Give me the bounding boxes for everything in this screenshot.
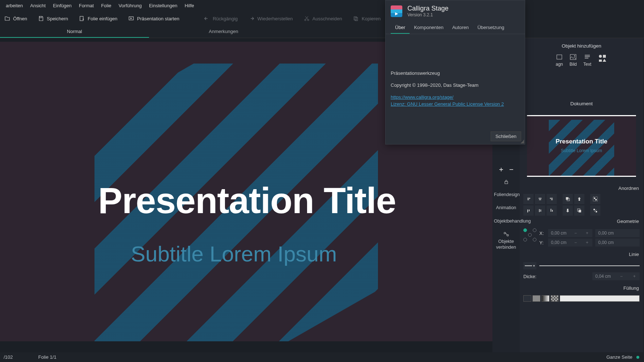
save-icon (38, 16, 44, 21)
menu-format[interactable]: Format (75, 1, 97, 10)
fill-color-preview[interactable] (560, 295, 640, 302)
menu-help[interactable]: Hilfe (181, 1, 198, 10)
copy-button[interactable]: Kopieren (351, 14, 383, 23)
about-tab-about[interactable]: Über (391, 22, 410, 34)
plus-icon[interactable]: + (632, 274, 637, 279)
about-tab-components[interactable]: Komponenten (410, 22, 448, 34)
svg-point-3 (307, 19, 309, 21)
fill-pattern[interactable] (551, 295, 559, 302)
menu-slide[interactable]: Folie (97, 1, 115, 10)
menu-settings[interactable]: Einstellungen (145, 1, 181, 10)
svg-rect-6 (505, 182, 508, 184)
width-input[interactable]: 0,00 cm (595, 229, 640, 237)
anchor-widget[interactable] (523, 228, 536, 241)
svg-rect-20 (593, 209, 595, 210)
align-bottom-icon[interactable] (547, 206, 557, 216)
bring-front-icon[interactable] (563, 194, 573, 204)
minus-icon[interactable]: − (619, 274, 624, 279)
slide-title[interactable]: Presentation Title (98, 180, 396, 221)
plus-icon[interactable]: + (585, 240, 589, 245)
plus-icon[interactable]: + (585, 231, 589, 236)
line-style-select[interactable]: ▾ (523, 262, 536, 269)
cut-button[interactable]: Ausschneiden (302, 14, 345, 23)
start-presentation-button[interactable]: Präsentation starten (126, 14, 181, 23)
svg-rect-17 (595, 199, 597, 200)
tab-notes[interactable]: Anmerkungen (149, 26, 298, 38)
svg-rect-7 (557, 55, 562, 59)
ungroup-icon[interactable] (590, 206, 600, 216)
insert-image-button[interactable]: Bild (569, 54, 577, 67)
thickness-label: Dicke: (523, 274, 536, 279)
save-button[interactable]: Speichern (36, 14, 71, 23)
align-middle-icon[interactable] (535, 206, 545, 216)
align-top-icon[interactable] (523, 206, 534, 216)
redo-button[interactable]: Wiederherstellen (246, 14, 295, 23)
anchor-br[interactable] (533, 238, 536, 241)
menu-view[interactable]: Ansicht (27, 1, 49, 10)
slide-subtitle[interactable]: Subtitle Lorem Ipsum (131, 241, 337, 267)
menu-insert[interactable]: Einfügen (49, 1, 75, 10)
vtab-animation[interactable]: Animation (492, 201, 520, 214)
tab-normal[interactable]: Normal (0, 26, 149, 38)
svg-rect-21 (596, 211, 597, 212)
vtab-object-treatment[interactable]: Objektbehandlung (492, 215, 520, 228)
insert-shapes-button[interactable] (598, 54, 607, 67)
slide-thumbnail[interactable]: Presentation Title Subtitle Lorem Ipsum (527, 115, 636, 177)
anchor-tl[interactable] (523, 228, 527, 232)
anchor-c[interactable] (528, 233, 532, 237)
thickness-input[interactable]: 0,04 cm − + (592, 272, 640, 280)
about-license-link[interactable]: Lizenz: GNU Lesser General Public Licens… (391, 101, 520, 107)
vtab-connect-objects[interactable]: Objekte verbinden (492, 228, 520, 254)
zoom-slider-icon[interactable] (635, 355, 640, 360)
send-backward-icon[interactable] (563, 206, 573, 216)
group-icon[interactable] (590, 194, 600, 204)
zoom-label[interactable]: Ganze Seite (606, 354, 632, 360)
vtab-slide-design[interactable]: Foliendesign (492, 188, 520, 201)
align-right-icon[interactable] (547, 194, 557, 204)
thumb-subtitle: Subtitle Lorem Ipsum (527, 148, 636, 153)
minus-icon[interactable]: − (573, 231, 578, 236)
x-input[interactable]: 0,00 cm−+ (548, 229, 592, 237)
svg-rect-8 (570, 54, 576, 60)
lock-icon[interactable] (503, 179, 510, 185)
anchor-tr[interactable] (533, 228, 536, 232)
bring-forward-icon[interactable] (574, 194, 584, 204)
redo-label: Wiederherstellen (257, 16, 293, 21)
align-center-icon[interactable] (535, 194, 545, 204)
anchor-bl[interactable] (523, 238, 527, 241)
send-back-icon[interactable] (574, 206, 584, 216)
fill-gradient[interactable] (542, 295, 550, 302)
add-slide-icon[interactable] (498, 166, 504, 173)
insert-diagram-button[interactable]: agn (556, 54, 563, 67)
about-homepage-link[interactable]: https://www.calligra.org/stage/ (391, 94, 520, 100)
fill-header: Füllung (523, 283, 640, 293)
about-description: Präsentationswerkzeug (391, 70, 520, 76)
insert-slide-button[interactable]: Folie einfügen (77, 14, 120, 23)
open-button[interactable]: Öffnen (2, 14, 29, 23)
y-input[interactable]: 0,00 cm−+ (548, 239, 592, 247)
undo-button[interactable]: Rückgängig (202, 14, 240, 23)
about-tab-authors[interactable]: Autoren (448, 22, 473, 34)
close-button[interactable]: Schließen (491, 131, 521, 141)
menu-edit[interactable]: arbeiten (2, 1, 27, 10)
copy-label: Kopieren (362, 16, 381, 21)
menu-slideshow[interactable]: Vorführung (115, 1, 145, 10)
open-label: Öffnen (13, 16, 27, 21)
svg-point-10 (599, 55, 602, 58)
panel-add-object-header: Objekt hinzufügen (523, 40, 640, 54)
line-header: Linie (523, 249, 640, 259)
about-copyright: Copyright © 1998–2020, Das Stage-Team (391, 82, 520, 88)
height-input[interactable]: 0,00 cm (595, 239, 640, 247)
resize-grip-icon[interactable] (520, 140, 524, 143)
fill-solid[interactable] (532, 295, 540, 302)
about-tab-translation[interactable]: Übersetzung (473, 22, 509, 34)
minus-icon[interactable]: − (573, 240, 578, 245)
image-icon (569, 54, 577, 60)
insert-text-button[interactable]: Text (583, 54, 591, 67)
fill-none[interactable] (523, 295, 531, 302)
cut-label: Ausschneiden (313, 16, 342, 21)
about-app-name: Calligra Stage (407, 5, 448, 12)
remove-slide-icon[interactable] (508, 166, 515, 173)
about-dialog: Calligra Stage Version 3.2.1 Über Kompon… (385, 0, 525, 145)
align-left-icon[interactable] (523, 194, 534, 204)
